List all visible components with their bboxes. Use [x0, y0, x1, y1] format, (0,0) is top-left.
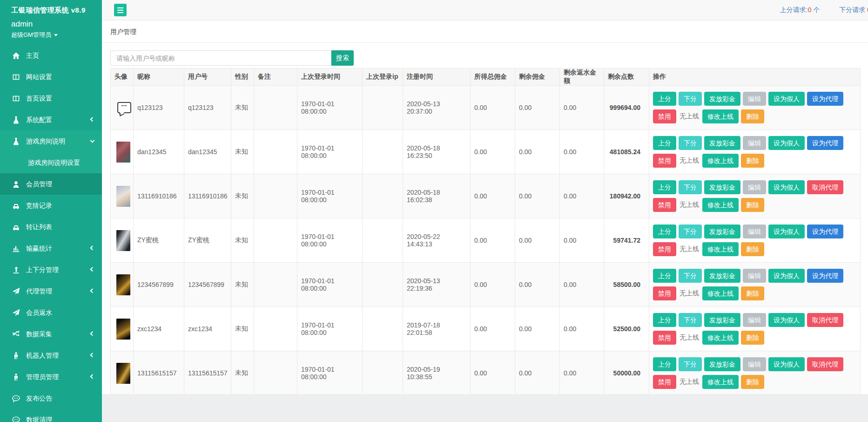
delete-button[interactable]: 删除 [741, 198, 764, 212]
window-icon [12, 95, 20, 102]
sidebar-item-homepage-settings[interactable]: 首页设置 [0, 88, 102, 109]
top-up-button[interactable]: 上分 [653, 269, 676, 283]
set-agent-button[interactable]: 设为代理 [807, 92, 843, 106]
withdraw-button[interactable]: 下分 [679, 136, 702, 150]
delete-button[interactable]: 删除 [741, 154, 764, 168]
down-request-link[interactable]: 下分请求 0个 [839, 6, 868, 14]
set-fake-user-button[interactable]: 设为假人 [768, 313, 805, 327]
set-agent-button[interactable]: 设为代理 [807, 225, 843, 238]
withdraw-button[interactable]: 下分 [679, 313, 702, 327]
grant-bonus-button[interactable]: 发放彩金 [704, 225, 740, 238]
grant-bonus-button[interactable]: 发放彩金 [704, 269, 740, 283]
edit-button[interactable]: 编辑 [743, 357, 766, 371]
remaining-commission-cell: 0.00 [515, 174, 560, 218]
disable-button[interactable]: 禁用 [653, 375, 676, 389]
set-fake-user-button[interactable]: 设为假人 [768, 357, 805, 371]
withdraw-button[interactable]: 下分 [679, 357, 702, 371]
actions-cell: 上分下分发放彩金编辑设为假人取消代理禁用无上线修改上线删除 [649, 174, 861, 218]
edit-button[interactable]: 编辑 [743, 269, 766, 283]
top-up-button[interactable]: 上分 [653, 180, 676, 194]
sidebar-item-publish-announcement[interactable]: 发布公告 [0, 388, 102, 409]
grant-bonus-button[interactable]: 发放彩金 [704, 136, 740, 150]
actions-cell: 上分下分发放彩金编辑设为假人设为代理禁用无上线修改上线删除 [649, 218, 861, 263]
grant-bonus-button[interactable]: 发放彩金 [704, 180, 740, 194]
set-fake-user-button[interactable]: 设为假人 [768, 225, 805, 238]
set-fake-user-button[interactable]: 设为假人 [768, 136, 805, 150]
modify-upline-button[interactable]: 修改上线 [702, 109, 739, 123]
modify-upline-button[interactable]: 修改上线 [702, 375, 739, 389]
sidebar-item-admin-management[interactable]: 管理员管理 [0, 366, 102, 388]
set-agent-button[interactable]: 设为代理 [807, 269, 843, 283]
delete-button[interactable]: 删除 [741, 286, 764, 300]
sidebar-item-transfer-list[interactable]: 转让列表 [0, 216, 102, 238]
avatar [116, 142, 130, 163]
remaining-rebate-cell: 0.00 [560, 307, 604, 351]
withdraw-button[interactable]: 下分 [679, 92, 702, 106]
top-up-button[interactable]: 上分 [653, 225, 676, 238]
sidebar-item-site-settings[interactable]: 网站设置 [0, 66, 102, 88]
cancel-agent-button[interactable]: 取消代理 [807, 357, 843, 371]
set-fake-user-button[interactable]: 设为假人 [768, 92, 805, 106]
disable-button[interactable]: 禁用 [653, 242, 676, 256]
set-agent-button[interactable]: 设为代理 [807, 136, 843, 150]
withdraw-button[interactable]: 下分 [679, 269, 702, 283]
sidebar-item-agent-management[interactable]: 代理管理 [0, 280, 102, 302]
sidebar-item-points-management[interactable]: 上下分管理 [0, 259, 102, 280]
search-input[interactable] [110, 50, 331, 66]
sidebar-item-member-rebate[interactable]: 会员返水 [0, 302, 102, 323]
remaining-points-cell: 52500.00 [604, 307, 649, 351]
delete-button[interactable]: 删除 [741, 375, 764, 389]
grant-bonus-button[interactable]: 发放彩金 [704, 92, 740, 106]
sidebar-item-member-management[interactable]: 会员管理 [0, 173, 102, 195]
grant-bonus-button[interactable]: 发放彩金 [704, 313, 740, 327]
edit-button[interactable]: 编辑 [743, 313, 766, 327]
sidebar-toggle-button[interactable] [114, 4, 127, 16]
disable-button[interactable]: 禁用 [653, 331, 676, 345]
gender-cell: 未知 [231, 307, 254, 351]
delete-button[interactable]: 删除 [741, 331, 764, 345]
withdraw-button[interactable]: 下分 [679, 225, 702, 238]
disable-button[interactable]: 禁用 [653, 109, 676, 123]
top-up-button[interactable]: 上分 [653, 357, 676, 371]
top-up-button[interactable]: 上分 [653, 136, 676, 150]
cancel-agent-button[interactable]: 取消代理 [807, 180, 843, 194]
total-commission-cell: 0.00 [471, 263, 515, 307]
sidebar-item-home[interactable]: 主页 [0, 45, 102, 66]
sidebar-item-game-room-info-settings[interactable]: 游戏房间说明设置 [0, 152, 102, 173]
top-up-button[interactable]: 上分 [653, 92, 676, 106]
sidebar-item-data-collection[interactable]: 数据采集 [0, 323, 102, 345]
up-request-link[interactable]: 上分请求:0 个 [780, 6, 820, 14]
edit-button[interactable]: 编辑 [743, 225, 766, 238]
disable-button[interactable]: 禁用 [653, 286, 676, 300]
grant-bonus-button[interactable]: 发放彩金 [704, 357, 740, 371]
disable-button[interactable]: 禁用 [653, 198, 676, 212]
header-remaining-rebate: 剩余返水金额 [560, 68, 604, 86]
no-upline-text: 无上线 [680, 201, 699, 209]
modify-upline-button[interactable]: 修改上线 [702, 331, 739, 345]
set-fake-user-button[interactable]: 设为假人 [768, 180, 805, 194]
modify-upline-button[interactable]: 修改上线 [702, 154, 739, 168]
delete-button[interactable]: 删除 [741, 109, 764, 123]
modify-upline-button[interactable]: 修改上线 [702, 198, 739, 212]
disable-button[interactable]: 禁用 [653, 154, 676, 168]
delete-button[interactable]: 删除 [741, 242, 764, 256]
top-up-button[interactable]: 上分 [653, 313, 676, 327]
modify-upline-button[interactable]: 修改上线 [702, 242, 739, 256]
modify-upline-button[interactable]: 修改上线 [702, 286, 739, 300]
sidebar-item-win-loss-stats[interactable]: 输赢统计 [0, 238, 102, 259]
set-fake-user-button[interactable]: 设为假人 [768, 269, 805, 283]
edit-button[interactable]: 编辑 [743, 180, 766, 194]
search-button[interactable]: 搜索 [331, 50, 354, 66]
cancel-agent-button[interactable]: 取消代理 [807, 313, 843, 327]
edit-button[interactable]: 编辑 [743, 92, 766, 106]
sidebar-item-betting-records[interactable]: 竞猜记录 [0, 195, 102, 216]
register-time-cell: 2020-05-13 20:37:00 [403, 86, 471, 130]
sidebar-item-game-room-info[interactable]: 游戏房间说明 [0, 130, 102, 152]
sidebar-item-robot-management[interactable]: 机器人管理 [0, 345, 102, 366]
sidebar-username: admin [0, 15, 102, 29]
sidebar-item-data-cleanup[interactable]: 数据清理 [0, 409, 102, 422]
sidebar-role-dropdown[interactable]: 超级GM管理员 [0, 29, 102, 39]
sidebar-item-system-config[interactable]: 系统配置 [0, 109, 102, 130]
withdraw-button[interactable]: 下分 [679, 180, 702, 194]
edit-button[interactable]: 编辑 [743, 136, 766, 150]
